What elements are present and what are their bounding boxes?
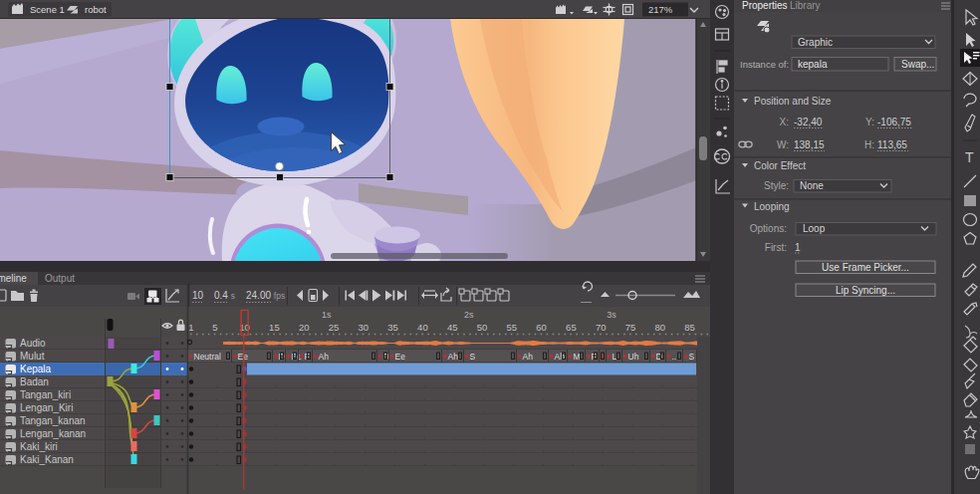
svg-text:Lengan_kanan: Lengan_kanan — [20, 428, 86, 439]
svg-text:Badan: Badan — [20, 376, 49, 387]
svg-text:Tangan_kanan: Tangan_kanan — [20, 415, 86, 426]
svg-text:None: None — [800, 180, 824, 191]
svg-text:Mulut: Mulut — [20, 351, 45, 362]
svg-text:1: 1 — [188, 322, 193, 333]
svg-text:-32,40: -32,40 — [794, 117, 823, 127]
svg-text:X:: X: — [780, 117, 789, 127]
svg-text:..: .. — [672, 352, 677, 362]
svg-text:80: 80 — [655, 322, 666, 333]
svg-text:S: S — [470, 352, 476, 362]
svg-text:Timeline: Timeline — [0, 273, 27, 284]
svg-text:55: 55 — [507, 322, 518, 333]
svg-text:15: 15 — [269, 322, 280, 333]
svg-text:Scene 1: Scene 1 — [30, 4, 65, 15]
svg-text:Audio: Audio — [20, 338, 46, 349]
svg-text:25: 25 — [329, 322, 340, 333]
svg-text:kepala: kepala — [798, 59, 828, 70]
svg-text:65: 65 — [566, 322, 577, 333]
svg-text:Kaki_Kanan: Kaki_Kanan — [20, 454, 74, 465]
svg-text:Lip Syncing...: Lip Syncing... — [836, 285, 895, 296]
svg-text:20: 20 — [299, 322, 310, 333]
svg-text:W:: W: — [777, 139, 789, 150]
svg-text:35: 35 — [387, 322, 398, 333]
svg-text:60: 60 — [536, 322, 547, 333]
svg-text:Graphic: Graphic — [798, 37, 833, 48]
svg-text:Ah: Ah — [319, 352, 330, 362]
svg-text:217%: 217% — [648, 4, 673, 15]
svg-text:Color Effect: Color Effect — [754, 160, 806, 171]
svg-text:Swap...: Swap... — [901, 59, 934, 70]
svg-text:0.4 s: 0.4 s — [214, 290, 235, 301]
svg-text:40: 40 — [417, 322, 428, 333]
svg-text:Output: Output — [45, 273, 75, 284]
svg-text:30: 30 — [359, 322, 369, 333]
svg-text:S: S — [689, 352, 695, 362]
svg-text:Use Frame Picker...: Use Frame Picker... — [822, 262, 909, 273]
svg-text:85: 85 — [684, 322, 695, 333]
svg-text:Neutral: Neutral — [194, 352, 222, 362]
svg-text:T: T — [965, 149, 974, 165]
svg-text:Lengan_Kiri: Lengan_Kiri — [20, 402, 73, 413]
svg-text:Y:: Y: — [865, 117, 874, 127]
svg-text:Kepala: Kepala — [20, 364, 52, 374]
svg-text:Style:: Style: — [764, 180, 789, 191]
svg-text:138,15: 138,15 — [794, 139, 825, 150]
svg-text:Kaki_kiri: Kaki_kiri — [20, 441, 58, 452]
svg-text:M: M — [574, 352, 581, 362]
svg-text:1: 1 — [795, 242, 801, 253]
svg-text:Tangan_kiri: Tangan_kiri — [20, 389, 71, 400]
svg-text:Properties: Properties — [742, 0, 788, 11]
svg-text:First:: First: — [765, 242, 787, 253]
svg-text:Uh: Uh — [628, 352, 639, 362]
svg-text:Options:: Options: — [750, 223, 787, 234]
svg-text:1s: 1s — [322, 310, 332, 320]
svg-text:3s: 3s — [607, 310, 616, 320]
svg-text:24.00 fps: 24.00 fps — [246, 290, 285, 301]
svg-text:robot: robot — [85, 4, 107, 15]
svg-text:H:: H: — [864, 139, 874, 150]
svg-text:113,65: 113,65 — [877, 139, 907, 150]
svg-text:Position and Size: Position and Size — [754, 96, 832, 107]
svg-text:L: L — [612, 352, 617, 362]
svg-text:-106,75: -106,75 — [877, 117, 911, 127]
svg-text:Ee: Ee — [395, 352, 406, 362]
svg-text:Ah: Ah — [448, 352, 459, 362]
svg-text:Ee: Ee — [238, 352, 249, 362]
svg-text:5: 5 — [212, 322, 217, 333]
svg-text:Instance of:: Instance of: — [740, 59, 789, 70]
svg-text:50: 50 — [477, 322, 488, 333]
svg-text:75: 75 — [625, 322, 636, 333]
svg-text:2s: 2s — [464, 310, 474, 320]
svg-text:10: 10 — [192, 290, 204, 301]
svg-text:70: 70 — [596, 322, 607, 333]
svg-text:45: 45 — [447, 322, 458, 333]
svg-text:Ah: Ah — [523, 352, 534, 362]
svg-text:Looping: Looping — [754, 201, 790, 212]
svg-text:Library: Library — [790, 0, 821, 11]
svg-text:Loop: Loop — [803, 223, 826, 234]
